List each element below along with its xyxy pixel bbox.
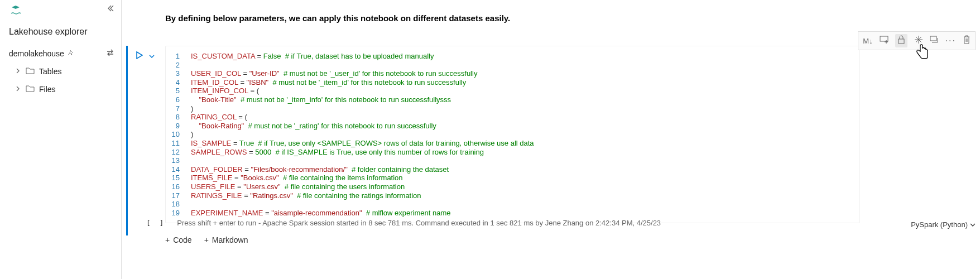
svg-rect-2: [930, 36, 936, 41]
code-content: ITEM_INFO_COL = (: [191, 86, 259, 95]
plus-icon: +: [165, 235, 170, 244]
code-content: RATINGS_FILE = "Ratings.csv" # file cont…: [191, 191, 421, 200]
code-line[interactable]: 10): [166, 130, 859, 139]
code-line[interactable]: 2: [166, 61, 859, 70]
lock-cell-icon[interactable]: [895, 34, 907, 47]
code-line[interactable]: 13: [166, 156, 859, 165]
add-code-label: Code: [173, 235, 191, 244]
code-line[interactable]: 18: [166, 200, 859, 209]
line-number: 19: [166, 209, 191, 218]
code-line[interactable]: 6 "Book-Title" # must not be '_item_info…: [166, 95, 859, 104]
code-line[interactable]: 9 "Book-Rating" # must not be '_rating' …: [166, 122, 859, 131]
lakehouse-explorer-sidebar: Lakehouse explorer demolakehouse TablesF…: [0, 0, 122, 279]
chevron-right-icon: [16, 86, 20, 93]
plus-icon: +: [204, 235, 209, 244]
duplicate-cell-icon[interactable]: [930, 36, 939, 46]
collapse-sidebar-icon[interactable]: [107, 4, 114, 14]
code-content: ITEMS_FILE = "Books.csv" # file containi…: [191, 174, 403, 182]
language-label: PySpark (Python): [911, 220, 968, 229]
explorer-title: Lakehouse explorer: [9, 27, 114, 37]
code-content: ITEM_ID_COL = "ISBN" # must not be '_ite…: [191, 78, 466, 87]
explorer-tree: TablesFiles: [7, 67, 114, 94]
line-number: 14: [166, 165, 191, 174]
freeze-cell-icon[interactable]: [914, 35, 923, 46]
add-markdown-button[interactable]: + Markdown: [204, 235, 248, 244]
line-number: 5: [166, 86, 191, 95]
code-line[interactable]: 19EXPERIMENT_NAME = "aisample-recommenda…: [166, 209, 859, 218]
code-content: EXPERIMENT_NAME = "aisample-recommendati…: [191, 209, 451, 218]
line-number: 10: [166, 130, 191, 139]
code-line[interactable]: 12SAMPLE_ROWS = 5000 # if IS_SAMPLE is T…: [166, 148, 859, 157]
code-content: ): [191, 104, 193, 113]
code-line[interactable]: 17RATINGS_FILE = "Ratings.csv" # file co…: [166, 191, 859, 200]
code-content: [191, 200, 193, 209]
line-number: 18: [166, 200, 191, 209]
notebook-main: By defining below parameters, we can app…: [122, 0, 980, 279]
line-number: 12: [166, 148, 191, 157]
code-cell[interactable]: 1IS_CUSTOM_DATA = False # if True, datas…: [165, 46, 860, 223]
folder-icon: [26, 67, 35, 76]
add-cell-below-icon[interactable]: [880, 36, 888, 46]
add-code-button[interactable]: + Code: [165, 235, 192, 244]
code-content: "Book-Rating" # must not be '_rating' fo…: [191, 122, 436, 131]
code-content: [191, 156, 193, 165]
pin-icon[interactable]: [68, 50, 74, 58]
line-number: 6: [166, 95, 191, 104]
code-content: USER_ID_COL = "User-ID" # must not be '_…: [191, 69, 477, 78]
code-line[interactable]: 14DATA_FOLDER = "Files/book-recommendati…: [166, 165, 859, 174]
line-number: 9: [166, 122, 191, 131]
code-line[interactable]: 3USER_ID_COL = "User-ID" # must not be '…: [166, 69, 859, 78]
code-line[interactable]: 4ITEM_ID_COL = "ISBN" # must not be '_it…: [166, 78, 859, 87]
tree-item[interactable]: Tables: [16, 67, 114, 76]
code-line[interactable]: 8RATING_COL = (: [166, 113, 859, 122]
add-cell-buttons: + Code + Markdown: [165, 235, 248, 244]
code-content: RATING_COL = (: [191, 113, 247, 122]
lakehouse-name: demolakehouse: [9, 49, 64, 58]
run-cell-icon[interactable]: [136, 51, 143, 61]
execution-count-brackets: [ ]: [146, 219, 164, 227]
code-line[interactable]: 16USERS_FILE = "Users.csv" # file contai…: [166, 182, 859, 191]
chevron-down-icon: [970, 223, 976, 227]
lakehouse-name-row[interactable]: demolakehouse: [9, 49, 114, 58]
code-content: USERS_FILE = "Users.csv" # file containi…: [191, 182, 405, 191]
lakehouse-logo-icon: [10, 6, 114, 18]
code-line[interactable]: 5ITEM_INFO_COL = (: [166, 86, 859, 95]
cell-run-controls: [136, 51, 155, 61]
line-number: 3: [166, 69, 191, 78]
code-content: "Book-Title" # must not be '_item_info' …: [191, 95, 451, 104]
cell-status-row: [ ] Press shift + enter to run - Apache …: [144, 219, 980, 227]
chevron-right-icon: [16, 68, 20, 75]
line-number: 4: [166, 78, 191, 87]
code-content: IS_SAMPLE = True # if True, use only <SA…: [191, 139, 534, 148]
line-number: 13: [166, 156, 191, 165]
folder-icon: [26, 85, 35, 94]
markdown-heading: By defining below parameters, we can app…: [165, 13, 510, 23]
more-options-icon[interactable]: ···: [945, 36, 956, 46]
line-number: 8: [166, 113, 191, 122]
code-line[interactable]: 1IS_CUSTOM_DATA = False # if True, datas…: [166, 52, 859, 61]
language-selector[interactable]: PySpark (Python): [911, 220, 976, 229]
svg-rect-0: [880, 36, 888, 41]
cell-toolbar: M↓ ···: [858, 31, 976, 50]
code-line[interactable]: 7): [166, 104, 859, 113]
cell-active-indicator: [126, 46, 128, 235]
swap-icon[interactable]: [106, 49, 114, 58]
tree-item[interactable]: Files: [16, 85, 114, 94]
code-line[interactable]: 15ITEMS_FILE = "Books.csv" # file contai…: [166, 174, 859, 182]
code-content: SAMPLE_ROWS = 5000 # if IS_SAMPLE is Tru…: [191, 148, 484, 157]
line-number: 2: [166, 61, 191, 70]
convert-markdown-button[interactable]: M↓: [863, 37, 872, 45]
chevron-down-icon[interactable]: [148, 52, 155, 61]
add-markdown-label: Markdown: [212, 235, 248, 244]
code-line[interactable]: 11IS_SAMPLE = True # if True, use only <…: [166, 139, 859, 148]
code-content: ): [191, 130, 193, 139]
code-content: DATA_FOLDER = "Files/book-recommendation…: [191, 165, 449, 174]
delete-cell-icon[interactable]: [963, 35, 971, 46]
line-number: 7: [166, 104, 191, 113]
line-number: 17: [166, 191, 191, 200]
cell-status-text: Press shift + enter to run - Apache Spar…: [177, 219, 661, 227]
tree-item-label: Files: [39, 85, 56, 94]
svg-rect-1: [899, 39, 904, 44]
code-content: [191, 61, 193, 70]
code-content: IS_CUSTOM_DATA = False # if True, datase…: [191, 52, 434, 61]
